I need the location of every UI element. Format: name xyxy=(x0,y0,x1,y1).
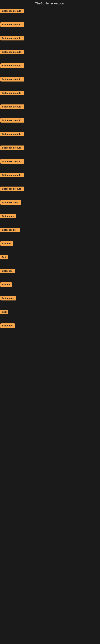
bottleneck-badge[interactable]: Bottleneck result xyxy=(0,9,24,13)
bottleneck-badge[interactable]: Bottleneck xyxy=(0,214,16,218)
bottleneck-badge[interactable]: Bottleneck result xyxy=(0,159,24,164)
site-header: TheBottlenecker.com xyxy=(0,0,100,8)
bottleneck-row: Bottlenec xyxy=(0,322,100,329)
bottleneck-row: Bott xyxy=(0,308,100,315)
bottleneck-badge[interactable]: Bottleneck result xyxy=(0,22,24,27)
bottleneck-badge[interactable]: Bottleneck xyxy=(0,296,16,300)
bottleneck-badge[interactable]: Bottleneck result xyxy=(0,132,24,136)
bottleneck-row: Bottleneck result xyxy=(0,8,100,14)
bottleneck-row: Bottleneck result xyxy=(0,103,100,110)
bottleneck-row: Bottleneck result xyxy=(0,144,100,151)
bottleneck-row: Bottleneck result xyxy=(0,21,100,28)
bottleneck-badge[interactable]: Bottleneck result xyxy=(0,50,24,54)
bottleneck-row: Bottleneck result xyxy=(0,185,100,192)
site-title: TheBottlenecker.com xyxy=(35,2,65,5)
bottleneck-row: Bott xyxy=(0,254,100,260)
bottleneck-badge[interactable]: Bottleneck result xyxy=(0,118,24,122)
bottleneck-row: Bottleneck xyxy=(0,213,100,220)
bottleneck-row: Bottleneck result xyxy=(0,158,100,165)
bottleneck-row: Bottlenec xyxy=(0,268,100,274)
bottleneck-badge[interactable]: Bottleneck result xyxy=(0,91,24,95)
bottleneck-row: Bottleneck result xyxy=(0,90,100,96)
bottleneck-list: Bottleneck result Bottleneck result Bott… xyxy=(0,8,100,336)
bottleneck-badge[interactable]: Bottleneck result xyxy=(0,146,24,150)
bottleneck-badge[interactable]: Bottleneck result xyxy=(0,186,24,191)
bottleneck-badge[interactable]: Bottlenec xyxy=(0,269,15,273)
bottleneck-badge[interactable]: Bottlene xyxy=(0,241,13,246)
bottleneck-row: Bottlene xyxy=(0,240,100,247)
bottleneck-row: Bottleneck result xyxy=(0,172,100,178)
bottleneck-row: Bottlen xyxy=(0,281,100,288)
bottleneck-badge[interactable]: Bottlen xyxy=(0,282,12,287)
bottleneck-badge[interactable]: Bottleneck result xyxy=(0,104,24,109)
bottleneck-row: Bottleneck result xyxy=(0,130,100,138)
bottleneck-badge[interactable]: Bottleneck result xyxy=(0,64,24,68)
bottleneck-badge[interactable]: Bott xyxy=(0,310,8,314)
bottleneck-badge[interactable]: Bottleneck re xyxy=(0,228,20,232)
ellipsis-text: … xyxy=(1,388,3,392)
bottleneck-badge[interactable]: Bott xyxy=(0,255,8,260)
vertical-indicator xyxy=(1,342,1,350)
bottleneck-row: Bottleneck result xyxy=(0,35,100,42)
bottleneck-badge[interactable]: Bottleneck res xyxy=(0,200,21,205)
bottleneck-row: Bottleneck result xyxy=(0,48,100,55)
bottleneck-row: Bottleneck result xyxy=(0,76,100,83)
bottleneck-row: Bottleneck result xyxy=(0,62,100,69)
bottleneck-badge[interactable]: Bottleneck result xyxy=(0,173,24,177)
bottleneck-badge[interactable]: Bottlenec xyxy=(0,324,15,328)
bottleneck-row: Bottleneck result xyxy=(0,117,100,124)
bottleneck-row: Bottleneck res xyxy=(0,199,100,206)
bottleneck-badge[interactable]: Bottleneck result xyxy=(0,36,24,40)
ellipsis-marker: … xyxy=(0,388,100,393)
bottleneck-row: Bottleneck xyxy=(0,295,100,302)
bottleneck-badge[interactable]: Bottleneck result xyxy=(0,77,24,82)
bottleneck-row: Bottleneck re xyxy=(0,226,100,233)
